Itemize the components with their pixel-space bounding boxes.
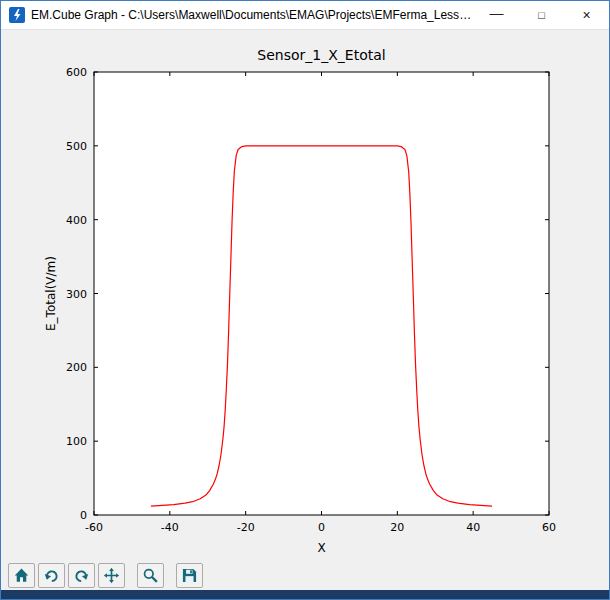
titlebar: EM.Cube Graph - C:\Users\Maxwell\Documen…: [1, 1, 609, 30]
status-strip: [1, 590, 609, 599]
close-button[interactable]: ×: [564, 1, 609, 29]
plot-area[interactable]: [94, 72, 549, 515]
home-button[interactable]: [8, 563, 35, 588]
y-tick-label: 200: [66, 361, 87, 374]
x-tick-label: -60: [85, 521, 103, 534]
y-axis-label: E_Total(V/m): [44, 256, 58, 331]
window-controls: — □ ×: [474, 1, 609, 29]
home-icon: [13, 567, 30, 584]
x-tick-label: -20: [237, 521, 255, 534]
app-icon: [9, 7, 25, 23]
save-icon: [181, 567, 198, 584]
minimize-button[interactable]: —: [474, 1, 519, 29]
x-axis-label: X: [317, 541, 325, 555]
pan-icon: [103, 567, 120, 584]
minimize-icon: —: [490, 5, 504, 21]
maximize-button[interactable]: □: [519, 1, 564, 29]
zoom-button[interactable]: [137, 563, 164, 588]
app-window: EM.Cube Graph - C:\Users\Maxwell\Documen…: [0, 0, 610, 600]
close-icon: ×: [582, 7, 590, 23]
x-tick-label: 60: [542, 521, 556, 534]
chart-title: Sensor_1_X_Etotal: [257, 47, 385, 63]
plot-toolbar: [1, 560, 609, 590]
y-tick-label: 600: [66, 66, 87, 79]
plot-canvas[interactable]: -60-40-2002040600100200300400500600Senso…: [1, 30, 610, 560]
back-icon: [43, 567, 60, 584]
zoom-icon: [142, 567, 159, 584]
x-tick-label: 0: [318, 521, 325, 534]
window-title: EM.Cube Graph - C:\Users\Maxwell\Documen…: [31, 8, 474, 22]
x-tick-label: 40: [466, 521, 480, 534]
save-button[interactable]: [176, 563, 203, 588]
y-tick-label: 400: [66, 214, 87, 227]
y-tick-label: 300: [66, 288, 87, 301]
y-tick-label: 0: [80, 509, 87, 522]
x-tick-label: 20: [390, 521, 404, 534]
forward-icon: [73, 567, 90, 584]
figure-area: -60-40-2002040600100200300400500600Senso…: [1, 30, 609, 560]
y-tick-label: 100: [66, 435, 87, 448]
pan-button[interactable]: [98, 563, 125, 588]
y-tick-label: 500: [66, 140, 87, 153]
x-tick-label: -40: [161, 521, 179, 534]
forward-button[interactable]: [68, 563, 95, 588]
back-button[interactable]: [38, 563, 65, 588]
maximize-icon: □: [538, 9, 545, 21]
